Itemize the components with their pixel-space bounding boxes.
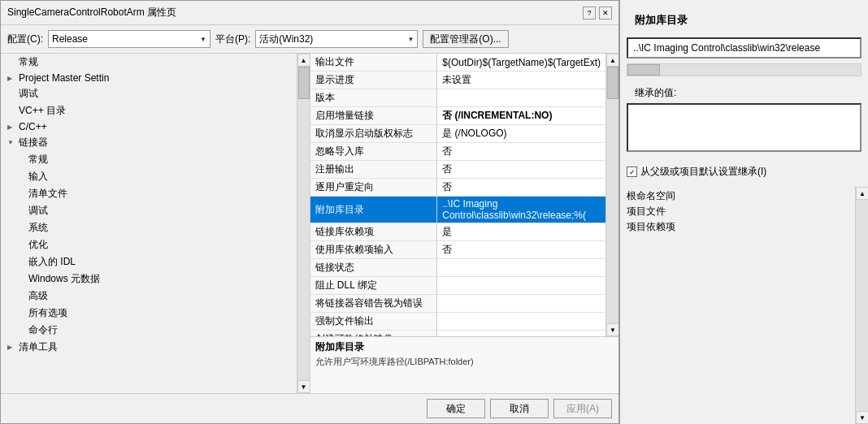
right-tree-vscroll: ▲ ▼ xyxy=(855,187,868,424)
checkmark-icon: ✓ xyxy=(629,168,636,176)
tree-item-linker-debug[interactable]: 调试 xyxy=(1,202,297,219)
props-vscroll: ▲ ▼ xyxy=(605,54,618,336)
tree-item-cpp[interactable]: ▶ C/C++ xyxy=(1,119,297,134)
prop-name: 忽略导入库 xyxy=(310,143,437,161)
props-scroll-down-btn[interactable]: ▼ xyxy=(606,323,618,336)
prop-value: 否 xyxy=(437,241,605,259)
table-row: 链接库依赖项 是 xyxy=(310,223,606,241)
scroll-up-btn[interactable]: ▲ xyxy=(297,54,310,67)
cancel-button[interactable]: 取消 xyxy=(490,399,549,418)
tree-label: 调试 xyxy=(19,87,38,101)
dialog-titlebar: SingleCameraControlRobotArm 属性页 ? ✕ xyxy=(1,1,618,25)
tree-item-linker-idl[interactable]: 嵌入的 IDL xyxy=(1,253,297,270)
right-path-display: ..\IC Imaging Control\classlib\win32\rel… xyxy=(627,37,861,58)
table-row: 阻止 DLL 绑定 xyxy=(310,277,606,295)
table-row: 忽略导入库 否 xyxy=(310,143,606,161)
tree-label: Project Master Settin xyxy=(19,72,109,84)
main-panel: 输出文件 $(OutDir)$(TargetName)$(TargetExt) … xyxy=(310,54,619,393)
tree-item-linker-input[interactable]: 输入 xyxy=(1,168,297,185)
close-button[interactable]: ✕ xyxy=(599,6,612,19)
tree-label: 命令行 xyxy=(28,323,58,337)
config-label: 配置(C): xyxy=(7,32,43,46)
right-tree-outer: 根命名空间 项目文件 项目依赖项 ▲ ▼ xyxy=(620,187,868,424)
inherit-checkbox[interactable]: ✓ xyxy=(627,167,637,177)
scroll-thumb[interactable] xyxy=(298,67,310,99)
prop-value: ..\IC Imaging Control\classlib\win32\rel… xyxy=(437,197,605,223)
apply-button[interactable]: 应用(A) xyxy=(553,399,612,418)
prop-name: 版本 xyxy=(310,89,437,107)
prop-name: 链接库依赖项 xyxy=(310,223,437,241)
platform-value: 活动(Win32) xyxy=(259,32,313,46)
table-row: 将链接器容错告视为错误 xyxy=(310,295,606,313)
prop-name: 显示进度 xyxy=(310,71,437,89)
hscroll-thumb[interactable] xyxy=(627,64,660,76)
tree-item-project-master[interactable]: ▶ Project Master Settin xyxy=(1,71,297,85)
description-title: 附加库目录 xyxy=(315,340,614,354)
description-panel: 附加库目录 允许用户写环境库路径(/LIBPATH:folder) xyxy=(310,336,619,393)
right-tree-item-projdep[interactable]: 项目依赖项 xyxy=(627,219,861,235)
config-manager-button[interactable]: 配置管理器(O)... xyxy=(423,30,508,48)
tree-item-linker-manifest[interactable]: 清单文件 xyxy=(1,185,297,202)
prop-value: 是 (/NOLOGO) xyxy=(437,125,605,143)
tree-label: 高级 xyxy=(28,289,48,303)
props-scroll-thumb[interactable] xyxy=(607,67,618,99)
tree-item-linker-general[interactable]: 常规 xyxy=(1,151,297,168)
prop-name: 注册输出 xyxy=(310,161,437,179)
tree-item-linker-system[interactable]: 系统 xyxy=(1,219,297,236)
right-panel-content: 附加库目录 ..\IC Imaging Control\classlib\win… xyxy=(620,0,868,424)
main-dialog: SingleCameraControlRobotArm 属性页 ? ✕ 配置(C… xyxy=(0,0,619,424)
tree-label: 链接器 xyxy=(19,136,48,149)
right-panel-title: 附加库目录 xyxy=(627,6,861,31)
tree-item-linker-advanced[interactable]: 高级 xyxy=(1,288,297,305)
ok-button[interactable]: 确定 xyxy=(427,399,485,418)
table-row: 逐用户重定向 否 xyxy=(310,179,606,197)
help-button[interactable]: ? xyxy=(583,6,596,19)
tree-label: 输入 xyxy=(28,170,48,184)
tree-label: C/C++ xyxy=(19,121,47,132)
inherit-label: 继承的值: xyxy=(627,81,861,102)
right-scroll-up-btn[interactable]: ▲ xyxy=(856,187,868,200)
config-combo[interactable]: Release ▼ xyxy=(48,30,210,48)
props-scroll-up-btn[interactable]: ▲ xyxy=(606,54,618,67)
table-row-highlighted[interactable]: 附加库目录 ..\IC Imaging Control\classlib\win… xyxy=(310,197,606,223)
prop-value xyxy=(437,277,605,295)
tree-label: 所有选项 xyxy=(28,306,67,320)
right-hscroll[interactable] xyxy=(627,63,861,76)
config-arrow-icon: ▼ xyxy=(200,36,206,43)
platform-combo[interactable]: 活动(Win32) ▼ xyxy=(255,30,418,48)
tree-label: 常规 xyxy=(19,55,38,69)
right-top-section: 附加库目录 ..\IC Imaging Control\classlib\win… xyxy=(620,0,868,160)
prop-name: 输出文件 xyxy=(310,54,437,71)
expand-icon: ▶ xyxy=(7,344,17,351)
tree-item-debug[interactable]: 调试 xyxy=(1,85,297,102)
dialog-body: 常规 ▶ Project Master Settin 调试 VC++ 目录 ▶ … xyxy=(1,53,618,393)
tree-item-linker-winmeta[interactable]: Windows 元数据 xyxy=(1,270,297,288)
tree-item-linker-alloptions[interactable]: 所有选项 xyxy=(1,305,297,322)
tree-label: 系统 xyxy=(28,221,48,235)
scroll-down-btn[interactable]: ▼ xyxy=(297,380,310,393)
right-tree-item-projfile[interactable]: 项目文件 xyxy=(627,204,861,219)
right-scroll-down-btn[interactable]: ▼ xyxy=(856,411,868,424)
platform-label: 平台(P): xyxy=(215,32,250,46)
table-row: 显示进度 未设置 xyxy=(310,71,606,89)
tree-item-vc-dirs[interactable]: VC++ 目录 xyxy=(1,102,297,119)
tree-item-linker-cmdline[interactable]: 命令行 xyxy=(1,322,297,339)
prop-value xyxy=(437,259,605,277)
tree-item-linker[interactable]: ▼ 链接器 xyxy=(1,134,297,151)
table-row: 使用库依赖项输入 否 xyxy=(310,241,606,259)
tree-item-general[interactable]: 常规 xyxy=(1,54,297,71)
tree-item-linker-optimize[interactable]: 优化 xyxy=(1,236,297,253)
dialog-footer: 确定 取消 应用(A) xyxy=(1,393,618,423)
table-row: 输出文件 $(OutDir)$(TargetName)$(TargetExt) xyxy=(310,54,606,71)
tree-item-manifest-tool[interactable]: ▶ 清单工具 xyxy=(1,339,297,356)
expand-icon: ▶ xyxy=(7,123,17,131)
inherit-checkbox-row: ✓ 从父级或项目默认设置继承(I) xyxy=(620,160,868,184)
prop-value: 未设置 xyxy=(437,71,605,89)
table-row: 创建可热修补映像 xyxy=(310,331,606,337)
scroll-track xyxy=(297,67,310,380)
table-row: 注册输出 否 xyxy=(310,161,606,179)
right-tree-label: 项目文件 xyxy=(627,205,666,218)
prop-name: 链接状态 xyxy=(310,259,437,277)
right-tree-item-root[interactable]: 根命名空间 xyxy=(627,188,861,204)
tree-panel-outer: 常规 ▶ Project Master Settin 调试 VC++ 目录 ▶ … xyxy=(1,54,310,393)
